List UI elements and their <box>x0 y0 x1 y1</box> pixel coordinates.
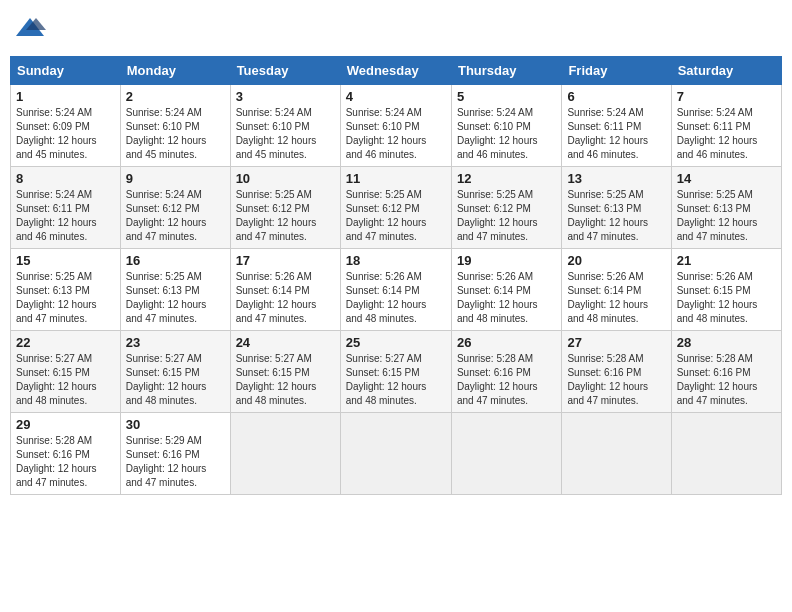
day-info: Sunrise: 5:28 AMSunset: 6:16 PMDaylight:… <box>457 352 556 408</box>
day-info: Sunrise: 5:25 AMSunset: 6:12 PMDaylight:… <box>457 188 556 244</box>
day-info: Sunrise: 5:25 AMSunset: 6:13 PMDaylight:… <box>126 270 225 326</box>
calendar-week-row: 8Sunrise: 5:24 AMSunset: 6:11 PMDaylight… <box>11 167 782 249</box>
calendar-cell: 4Sunrise: 5:24 AMSunset: 6:10 PMDaylight… <box>340 85 451 167</box>
day-info: Sunrise: 5:27 AMSunset: 6:15 PMDaylight:… <box>16 352 115 408</box>
day-info: Sunrise: 5:28 AMSunset: 6:16 PMDaylight:… <box>677 352 776 408</box>
calendar-cell: 27Sunrise: 5:28 AMSunset: 6:16 PMDayligh… <box>562 331 671 413</box>
day-number: 20 <box>567 253 665 268</box>
day-number: 18 <box>346 253 446 268</box>
calendar-cell: 30Sunrise: 5:29 AMSunset: 6:16 PMDayligh… <box>120 413 230 495</box>
calendar-header-friday: Friday <box>562 57 671 85</box>
calendar-cell: 1Sunrise: 5:24 AMSunset: 6:09 PMDaylight… <box>11 85 121 167</box>
calendar-cell: 2Sunrise: 5:24 AMSunset: 6:10 PMDaylight… <box>120 85 230 167</box>
day-info: Sunrise: 5:26 AMSunset: 6:14 PMDaylight:… <box>236 270 335 326</box>
day-number: 7 <box>677 89 776 104</box>
calendar-cell: 3Sunrise: 5:24 AMSunset: 6:10 PMDaylight… <box>230 85 340 167</box>
calendar-header-wednesday: Wednesday <box>340 57 451 85</box>
day-number: 16 <box>126 253 225 268</box>
calendar-cell: 10Sunrise: 5:25 AMSunset: 6:12 PMDayligh… <box>230 167 340 249</box>
calendar-header-thursday: Thursday <box>451 57 561 85</box>
day-number: 23 <box>126 335 225 350</box>
day-number: 3 <box>236 89 335 104</box>
day-info: Sunrise: 5:27 AMSunset: 6:15 PMDaylight:… <box>126 352 225 408</box>
calendar-cell: 16Sunrise: 5:25 AMSunset: 6:13 PMDayligh… <box>120 249 230 331</box>
day-number: 26 <box>457 335 556 350</box>
day-info: Sunrise: 5:24 AMSunset: 6:10 PMDaylight:… <box>126 106 225 162</box>
day-number: 19 <box>457 253 556 268</box>
calendar-cell <box>671 413 781 495</box>
day-number: 5 <box>457 89 556 104</box>
day-number: 8 <box>16 171 115 186</box>
day-number: 10 <box>236 171 335 186</box>
day-number: 12 <box>457 171 556 186</box>
calendar-header-tuesday: Tuesday <box>230 57 340 85</box>
header <box>10 10 782 48</box>
day-info: Sunrise: 5:26 AMSunset: 6:15 PMDaylight:… <box>677 270 776 326</box>
day-number: 30 <box>126 417 225 432</box>
calendar-cell: 9Sunrise: 5:24 AMSunset: 6:12 PMDaylight… <box>120 167 230 249</box>
day-number: 1 <box>16 89 115 104</box>
day-number: 24 <box>236 335 335 350</box>
day-number: 22 <box>16 335 115 350</box>
calendar-header-sunday: Sunday <box>11 57 121 85</box>
day-info: Sunrise: 5:25 AMSunset: 6:13 PMDaylight:… <box>677 188 776 244</box>
day-info: Sunrise: 5:26 AMSunset: 6:14 PMDaylight:… <box>457 270 556 326</box>
day-info: Sunrise: 5:27 AMSunset: 6:15 PMDaylight:… <box>346 352 446 408</box>
day-number: 9 <box>126 171 225 186</box>
day-info: Sunrise: 5:28 AMSunset: 6:16 PMDaylight:… <box>567 352 665 408</box>
day-info: Sunrise: 5:26 AMSunset: 6:14 PMDaylight:… <box>346 270 446 326</box>
day-number: 21 <box>677 253 776 268</box>
day-number: 25 <box>346 335 446 350</box>
calendar-cell: 15Sunrise: 5:25 AMSunset: 6:13 PMDayligh… <box>11 249 121 331</box>
logo-icon <box>14 16 46 42</box>
calendar-cell <box>340 413 451 495</box>
calendar-cell: 21Sunrise: 5:26 AMSunset: 6:15 PMDayligh… <box>671 249 781 331</box>
calendar-week-row: 29Sunrise: 5:28 AMSunset: 6:16 PMDayligh… <box>11 413 782 495</box>
calendar-header-row: SundayMondayTuesdayWednesdayThursdayFrid… <box>11 57 782 85</box>
calendar-cell: 7Sunrise: 5:24 AMSunset: 6:11 PMDaylight… <box>671 85 781 167</box>
calendar-header-monday: Monday <box>120 57 230 85</box>
day-info: Sunrise: 5:24 AMSunset: 6:11 PMDaylight:… <box>567 106 665 162</box>
day-number: 2 <box>126 89 225 104</box>
calendar-cell: 14Sunrise: 5:25 AMSunset: 6:13 PMDayligh… <box>671 167 781 249</box>
day-info: Sunrise: 5:24 AMSunset: 6:11 PMDaylight:… <box>16 188 115 244</box>
day-info: Sunrise: 5:29 AMSunset: 6:16 PMDaylight:… <box>126 434 225 490</box>
day-info: Sunrise: 5:25 AMSunset: 6:13 PMDaylight:… <box>16 270 115 326</box>
day-number: 15 <box>16 253 115 268</box>
day-number: 27 <box>567 335 665 350</box>
calendar-cell: 28Sunrise: 5:28 AMSunset: 6:16 PMDayligh… <box>671 331 781 413</box>
day-info: Sunrise: 5:24 AMSunset: 6:11 PMDaylight:… <box>677 106 776 162</box>
calendar-cell: 29Sunrise: 5:28 AMSunset: 6:16 PMDayligh… <box>11 413 121 495</box>
day-number: 29 <box>16 417 115 432</box>
calendar-week-row: 1Sunrise: 5:24 AMSunset: 6:09 PMDaylight… <box>11 85 782 167</box>
calendar-cell: 25Sunrise: 5:27 AMSunset: 6:15 PMDayligh… <box>340 331 451 413</box>
calendar-cell: 12Sunrise: 5:25 AMSunset: 6:12 PMDayligh… <box>451 167 561 249</box>
day-info: Sunrise: 5:24 AMSunset: 6:10 PMDaylight:… <box>346 106 446 162</box>
calendar-cell: 5Sunrise: 5:24 AMSunset: 6:10 PMDaylight… <box>451 85 561 167</box>
day-info: Sunrise: 5:28 AMSunset: 6:16 PMDaylight:… <box>16 434 115 490</box>
day-number: 6 <box>567 89 665 104</box>
day-info: Sunrise: 5:26 AMSunset: 6:14 PMDaylight:… <box>567 270 665 326</box>
day-number: 14 <box>677 171 776 186</box>
calendar-cell: 11Sunrise: 5:25 AMSunset: 6:12 PMDayligh… <box>340 167 451 249</box>
calendar-cell: 26Sunrise: 5:28 AMSunset: 6:16 PMDayligh… <box>451 331 561 413</box>
day-info: Sunrise: 5:24 AMSunset: 6:10 PMDaylight:… <box>457 106 556 162</box>
calendar-cell: 23Sunrise: 5:27 AMSunset: 6:15 PMDayligh… <box>120 331 230 413</box>
calendar-cell: 18Sunrise: 5:26 AMSunset: 6:14 PMDayligh… <box>340 249 451 331</box>
day-info: Sunrise: 5:25 AMSunset: 6:12 PMDaylight:… <box>236 188 335 244</box>
logo <box>14 16 50 42</box>
day-info: Sunrise: 5:25 AMSunset: 6:13 PMDaylight:… <box>567 188 665 244</box>
calendar-cell: 17Sunrise: 5:26 AMSunset: 6:14 PMDayligh… <box>230 249 340 331</box>
day-number: 17 <box>236 253 335 268</box>
day-number: 13 <box>567 171 665 186</box>
calendar-cell: 19Sunrise: 5:26 AMSunset: 6:14 PMDayligh… <box>451 249 561 331</box>
calendar-cell <box>562 413 671 495</box>
day-number: 28 <box>677 335 776 350</box>
calendar-cell <box>451 413 561 495</box>
day-number: 4 <box>346 89 446 104</box>
calendar-header-saturday: Saturday <box>671 57 781 85</box>
day-info: Sunrise: 5:27 AMSunset: 6:15 PMDaylight:… <box>236 352 335 408</box>
day-info: Sunrise: 5:24 AMSunset: 6:12 PMDaylight:… <box>126 188 225 244</box>
calendar-week-row: 15Sunrise: 5:25 AMSunset: 6:13 PMDayligh… <box>11 249 782 331</box>
day-info: Sunrise: 5:24 AMSunset: 6:09 PMDaylight:… <box>16 106 115 162</box>
